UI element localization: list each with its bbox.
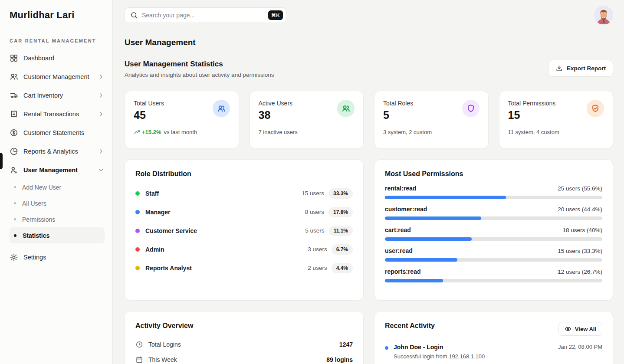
view-all-label: View All: [575, 326, 596, 332]
activity-overview-card: Activity Overview Total Logins 1247 This…: [125, 311, 364, 364]
role-name: Reports Analyst: [145, 265, 192, 272]
sidebar-section-label: CAR RENTAL MANAGEMENT: [10, 38, 105, 43]
sidebar-item-reports-analytics[interactable]: Reports & Analytics: [10, 142, 105, 161]
sidebar-item-label: Reports & Analytics: [23, 148, 78, 155]
role-distribution-card: Role Distribution Staff 15 users33.3% Ma…: [125, 159, 364, 301]
stat-card-total-permissions: Total Permissions 15 11 system, 4 custom: [499, 91, 614, 149]
sidebar-subitem-all-users[interactable]: All Users: [10, 195, 105, 211]
progress-track: [385, 258, 602, 262]
sidebar-item-label: Customer Management: [23, 73, 89, 80]
stat-label: Total Users: [134, 100, 164, 107]
dashboard-grid-icon: [10, 54, 18, 62]
users-icon: [337, 100, 355, 117]
progress-fill: [385, 237, 472, 241]
role-percent-badge: 6.7%: [332, 244, 353, 255]
sidebar-subitem-add-new-user[interactable]: Add New User: [10, 179, 105, 195]
role-color-dot: [135, 266, 140, 270]
gear-icon: [10, 253, 18, 262]
permission-value: 18 users (40%): [562, 227, 602, 233]
permissions-list: rental:read25 users (55.6%) customer:rea…: [385, 185, 602, 282]
chevron-right-icon: [98, 111, 105, 118]
role-users: 15 users: [302, 190, 324, 197]
download-icon: [555, 65, 563, 72]
sidebar-subitem-label: All Users: [22, 200, 46, 207]
clock-icon: [135, 341, 143, 348]
most-used-permissions-title: Most Used Permissions: [385, 170, 602, 178]
stat-cards-row: Total Users 45 +15.2% vs last month: [125, 91, 613, 149]
page-title: User Management: [125, 38, 613, 47]
sidebar-subitem-label: Add New User: [22, 184, 61, 191]
permission-row: reports:read12 users (26.7%): [385, 268, 602, 282]
active-section-indicator: [0, 153, 3, 169]
sidebar-item-customer-management[interactable]: Customer Management: [10, 67, 105, 86]
stat-value: 38: [259, 109, 293, 121]
role-row: Customer Service 5 users11.1%: [135, 221, 353, 240]
role-percent-badge: 33.3%: [328, 188, 353, 199]
role-users: 5 users: [305, 227, 324, 234]
role-row: Manager 8 users17.8%: [135, 203, 353, 221]
search-box[interactable]: ⌘K: [125, 7, 286, 23]
avatar[interactable]: [594, 6, 613, 25]
stat-card-total-roles: Total Roles 5 3 system, 2 custom: [374, 91, 489, 149]
sidebar-subitem-label: Permissions: [22, 216, 55, 223]
permission-name: reports:read: [385, 268, 420, 275]
role-color-dot: [135, 191, 140, 196]
trend-up-indicator: +15.2%: [134, 129, 161, 135]
sidebar-item-settings[interactable]: Settings: [10, 248, 105, 266]
activity-dot-icon: [385, 346, 388, 350]
sidebar-item-customer-statements[interactable]: Customer Statements: [10, 123, 105, 142]
progress-track: [385, 237, 602, 241]
sidebar-subitem-statistics[interactable]: Statistics: [10, 227, 105, 243]
role-row: Admin 3 users6.7%: [135, 240, 353, 259]
progress-fill: [385, 196, 506, 199]
stat-value: 15: [508, 109, 556, 121]
role-percent-badge: 11.1%: [329, 226, 353, 236]
role-name: Customer Service: [145, 227, 197, 234]
stat-label: Total Roles: [383, 100, 413, 107]
most-used-permissions-card: Most Used Permissions rental:read25 user…: [374, 159, 613, 301]
permission-row: cart:read18 users (40%): [385, 226, 602, 241]
progress-fill: [385, 216, 481, 220]
sidebar-subitem-permissions[interactable]: Permissions: [10, 211, 105, 227]
bullet-dot-icon: [14, 202, 16, 204]
progress-track: [385, 196, 602, 199]
activity-list: Total Logins 1247 This Week 89 logins: [135, 337, 353, 364]
permission-row: rental:read25 users (55.6%): [385, 185, 602, 199]
search-input[interactable]: [142, 12, 264, 19]
sidebar-item-user-management[interactable]: User Management: [10, 161, 105, 179]
recent-activity-item: John Doe - Login Jan 22, 08:00 PM Succes…: [385, 344, 602, 360]
stat-card-total-users: Total Users 45 +15.2% vs last month: [125, 91, 239, 149]
sidebar-item-label: Dashboard: [23, 55, 54, 62]
role-users: 8 users: [305, 209, 324, 215]
chevron-right-icon: [98, 148, 105, 155]
view-all-button[interactable]: View All: [558, 322, 602, 336]
sidebar-item-dashboard[interactable]: Dashboard: [10, 49, 105, 67]
progress-track: [385, 279, 602, 282]
role-users: 2 users: [308, 265, 327, 271]
stat-footer-text: 3 system, 2 custom: [383, 129, 432, 135]
stat-label: Active Users: [259, 100, 293, 107]
keyboard-shortcut-badge: ⌘K: [268, 10, 283, 20]
bullet-dot-icon: [14, 234, 16, 237]
activity-row: This Week 89 logins: [135, 352, 353, 364]
section-subtitle: Analytics and insights about user activi…: [125, 72, 274, 78]
role-name: Staff: [145, 190, 159, 197]
main-content: ⌘K User Management User Management Stati…: [113, 0, 624, 364]
activity-overview-title: Activity Overview: [135, 322, 353, 330]
export-report-button[interactable]: Export Report: [548, 60, 613, 77]
role-percent-badge: 17.8%: [328, 207, 353, 217]
pie-chart-icon: [10, 147, 18, 156]
stat-footer-text: 7 inactive users: [259, 129, 298, 135]
recent-activity-list: John Doe - Login Jan 22, 08:00 PM Succes…: [385, 344, 602, 364]
sidebar-item-label: User Management: [23, 167, 78, 174]
stat-card-active-users: Active Users 38 7 inactive users: [250, 91, 364, 149]
section-title: User Management Statistics: [125, 60, 274, 69]
sidebar-item-rental-transactions[interactable]: Rental Transactions: [10, 105, 105, 123]
progress-track: [385, 216, 602, 220]
role-percent-badge: 4.4%: [332, 263, 353, 273]
role-distribution-title: Role Distribution: [135, 170, 353, 178]
role-users: 3 users: [308, 246, 327, 253]
sidebar-item-cart-inventory[interactable]: Cart Inventory: [10, 86, 105, 105]
receipt-icon: [10, 110, 18, 118]
progress-fill: [385, 279, 443, 282]
